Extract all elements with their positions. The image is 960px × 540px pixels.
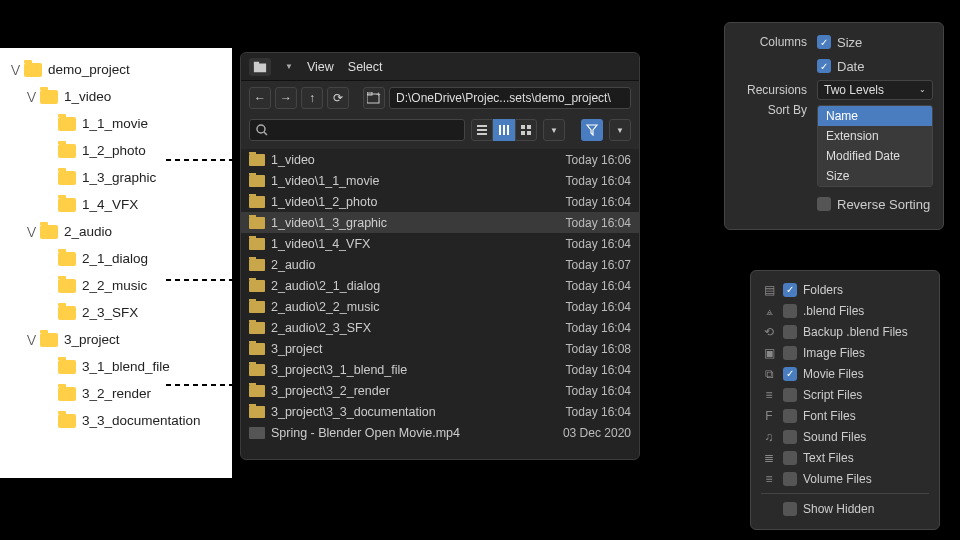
chevron-down-icon[interactable]: ▼ [285, 62, 293, 71]
list-horiz-button[interactable] [493, 119, 515, 141]
filter-row[interactable]: ⟲Backup .blend Files [761, 321, 929, 342]
filter-row[interactable]: ≣Text Files [761, 447, 929, 468]
search-input[interactable] [249, 119, 465, 141]
tree-label: 1_video [64, 89, 111, 104]
nav-row: ← → ↑ ⟳ + D:\OneDrive\Projec...sets\demo… [241, 81, 639, 115]
forward-button[interactable]: → [275, 87, 297, 109]
filter-checkbox[interactable] [783, 451, 797, 465]
size-checkbox[interactable] [817, 35, 831, 49]
file-row[interactable]: 1_video\1_3_graphicToday 16:04 [241, 212, 639, 233]
path-input[interactable]: D:\OneDrive\Projec...sets\demo_project\ [389, 87, 631, 109]
file-name: 2_audio\2_1_dialog [271, 279, 543, 293]
font-icon: F [761, 409, 777, 423]
sort-option[interactable]: Size [818, 166, 932, 186]
recursions-select[interactable]: Two Levels ⌄ [817, 80, 933, 100]
tree-label: 2_2_music [82, 278, 147, 293]
filter-row[interactable]: ⟁.blend Files [761, 300, 929, 321]
script-icon: ≡ [761, 388, 777, 402]
browser-type-icon[interactable] [249, 58, 271, 76]
file-row[interactable]: 3_project\3_1_blend_fileToday 16:04 [241, 359, 639, 380]
arrow-icon [166, 150, 242, 170]
file-row[interactable]: 3_projectToday 16:08 [241, 338, 639, 359]
back-button[interactable]: ← [249, 87, 271, 109]
menu-view[interactable]: View [307, 60, 334, 74]
filter-row[interactable]: ♫Sound Files [761, 426, 929, 447]
show-hidden-checkbox[interactable] [783, 502, 797, 516]
file-row[interactable]: 3_project\3_3_documentationToday 16:04 [241, 401, 639, 422]
tree-folder[interactable]: 1_1_movie [4, 110, 228, 137]
filter-checkbox[interactable] [783, 472, 797, 486]
file-date: Today 16:04 [543, 216, 631, 230]
sort-option[interactable]: Modified Date [818, 146, 932, 166]
tree-folder[interactable]: 2_1_dialog [4, 245, 228, 272]
file-row[interactable]: 2_audioToday 16:07 [241, 254, 639, 275]
svg-rect-23 [521, 125, 525, 129]
sort-option[interactable]: Name [818, 106, 932, 126]
filter-checkbox[interactable] [783, 367, 797, 381]
filter-label: Text Files [803, 451, 854, 465]
tree-label: 2_1_dialog [82, 251, 148, 266]
tree-label: 1_4_VFX [82, 197, 138, 212]
date-checkbox[interactable] [817, 59, 831, 73]
file-date: Today 16:06 [543, 153, 631, 167]
reverse-checkbox[interactable] [817, 197, 831, 211]
file-row[interactable]: 1_videoToday 16:06 [241, 149, 639, 170]
up-button[interactable]: ↑ [301, 87, 323, 109]
folder-icon [249, 196, 265, 208]
filter-label: Folders [803, 283, 843, 297]
tree-folder[interactable]: ⋁1_video [4, 83, 228, 110]
file-row[interactable]: 2_audio\2_2_musicToday 16:04 [241, 296, 639, 317]
caret-icon: ⋁ [24, 90, 38, 103]
file-row[interactable]: 3_project\3_2_renderToday 16:04 [241, 380, 639, 401]
file-name: 1_video [271, 153, 543, 167]
file-row[interactable]: Spring - Blender Open Movie.mp403 Dec 20… [241, 422, 639, 443]
tree-folder[interactable]: ⋁3_project [4, 326, 228, 353]
search-icon [256, 124, 268, 136]
filter-settings-button[interactable]: ▼ [609, 119, 631, 141]
file-row[interactable]: 1_video\1_4_VFXToday 16:04 [241, 233, 639, 254]
svg-rect-26 [527, 131, 531, 135]
file-row[interactable]: 1_video\1_1_movieToday 16:04 [241, 170, 639, 191]
filter-checkbox[interactable] [783, 388, 797, 402]
search-row: ▼ ▼ [241, 115, 639, 149]
sound-icon: ♫ [761, 430, 777, 444]
tree-folder[interactable]: ⋁2_audio [4, 218, 228, 245]
file-row[interactable]: 2_audio\2_3_SFXToday 16:04 [241, 317, 639, 338]
filter-checkbox[interactable] [783, 346, 797, 360]
menu-select[interactable]: Select [348, 60, 383, 74]
filter-checkbox[interactable] [783, 409, 797, 423]
filter-checkbox[interactable] [783, 325, 797, 339]
filter-button[interactable] [581, 119, 603, 141]
thumbnail-button[interactable] [515, 119, 537, 141]
tree-folder[interactable]: 2_3_SFX [4, 299, 228, 326]
filter-row[interactable]: FFont Files [761, 405, 929, 426]
folder-icon [58, 387, 76, 401]
filter-row[interactable]: ▣Image Files [761, 342, 929, 363]
refresh-button[interactable]: ⟳ [327, 87, 349, 109]
filter-row[interactable]: ≡Volume Files [761, 468, 929, 489]
tree-folder[interactable]: 3_3_documentation [4, 407, 228, 434]
volume-icon: ≡ [761, 472, 777, 486]
folder-icon [249, 238, 265, 250]
sort-option[interactable]: Extension [818, 126, 932, 146]
tree-root[interactable]: ⋁ demo_project [4, 56, 228, 83]
filter-checkbox[interactable] [783, 304, 797, 318]
chevron-down-icon: ⌄ [919, 81, 926, 99]
file-name: 3_project\3_2_render [271, 384, 543, 398]
filter-row[interactable]: ≡Script Files [761, 384, 929, 405]
file-name: 3_project [271, 342, 543, 356]
filter-checkbox[interactable] [783, 430, 797, 444]
new-folder-button[interactable]: + [363, 87, 385, 109]
file-row[interactable]: 2_audio\2_1_dialogToday 16:04 [241, 275, 639, 296]
display-settings-button[interactable]: ▼ [543, 119, 565, 141]
filter-label: Volume Files [803, 472, 872, 486]
filter-row[interactable]: ⧉Movie Files [761, 363, 929, 384]
folder-icon [249, 322, 265, 334]
date-label: Date [837, 59, 864, 74]
file-date: Today 16:04 [543, 300, 631, 314]
filter-row[interactable]: ▤Folders [761, 279, 929, 300]
file-row[interactable]: 1_video\1_2_photoToday 16:04 [241, 191, 639, 212]
tree-folder[interactable]: 1_4_VFX [4, 191, 228, 218]
list-vert-button[interactable] [471, 119, 493, 141]
filter-checkbox[interactable] [783, 283, 797, 297]
